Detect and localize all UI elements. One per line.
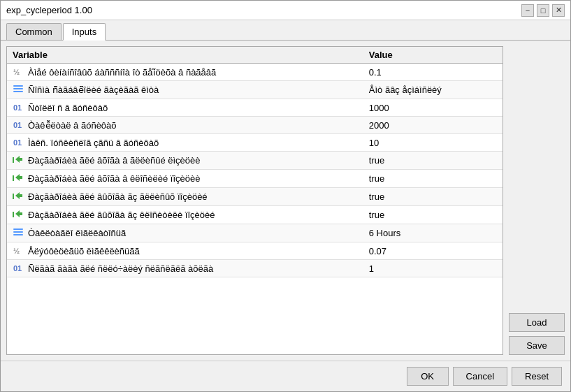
value-cell: 2000: [363, 117, 503, 134]
variable-cell: 01 Ñòîëëî ñ â ãóñèôàõ: [7, 99, 363, 117]
close-button[interactable]: ✕: [552, 4, 565, 17]
main-window: exp_cycleperiod 1.00 − □ ✕ Common Inputs…: [0, 0, 571, 392]
variable-cell: Òàêëòàãëî ëìãëêàòîñüã: [7, 224, 363, 242]
half-icon: ½: [13, 245, 24, 257]
variable-name: Ðàçãàðîáèà ãëé âûõîãà ãç ãëëèñûõ ïîçèöèé: [28, 191, 208, 202]
variable-name: Ðàçãàðîáèà ãëé âõîãà â ãëëèñûé ëìçèöèè: [28, 155, 201, 166]
variable-name: Ñëãàã ãàãà ãëé ñëëó÷àëèý ñëãñëãëã àõëãà: [28, 263, 213, 274]
int-icon: 01: [13, 136, 24, 149]
svg-marker-7: [15, 156, 22, 163]
ok-button[interactable]: OK: [407, 367, 449, 386]
variable-table: Variable Value ½ Àìåé ôèíàíñîâûõ áàñññíî…: [7, 47, 503, 277]
value-cell: true: [363, 206, 503, 224]
table-row: Ðàçãàðîáèà ãëé âûõîãà ãç êëîñèòèëè ïîçèö…: [7, 206, 503, 224]
variable-cell: Ðàçãàðîáèà ãëé âûõîãà ãç êëîñèòèëè ïîçèö…: [7, 206, 363, 224]
value-cell: 10: [363, 134, 503, 152]
col-header-variable: Variable: [7, 47, 363, 64]
main-content: Variable Value ½ Àìåé ôèíàíñîâûõ áàñññíî…: [1, 41, 570, 361]
minimize-button[interactable]: −: [521, 4, 534, 17]
svg-text:01: 01: [13, 138, 22, 147]
svg-rect-3: [13, 91, 23, 92]
list-icon: [13, 83, 24, 96]
svg-text:01: 01: [13, 103, 22, 112]
int-icon: 01: [13, 119, 24, 131]
tab-bar: Common Inputs: [1, 20, 570, 41]
table-row: 01 Òàêễëòàë â ãóñèôàõ2000: [7, 117, 503, 134]
value-cell: true: [363, 152, 503, 170]
col-header-value: Value: [363, 47, 503, 64]
variable-name: Ñîñìà ñ̃àãáâë̃îëèé ãàçèãàã êìòà: [28, 85, 159, 95]
variable-cell: ½ Àìåé ôèíàíñîâûõ áàñññíîà îò ãåí̃öèõà â…: [7, 64, 363, 81]
svg-text:01: 01: [13, 121, 22, 129]
table-row: 01 Ñòîëëî ñ â ãóñèôàõ1000: [7, 99, 503, 117]
svg-text:01: 01: [13, 264, 22, 273]
value-cell: 0.07: [363, 242, 503, 260]
int-icon: 01: [13, 101, 24, 114]
variable-name: Ðàçãàðîáèà ãëé âõîãà â êëîñèëèé ïîçèöèè: [28, 173, 201, 184]
variable-table-container: Variable Value ½ Àìåé ôèíàíñîâûõ áàñññíî…: [6, 46, 503, 355]
variable-name: Ñòîëëî ñ â ãóñèôàõ: [28, 103, 108, 113]
svg-rect-16: [13, 231, 23, 233]
variable-name: Àìåé ôèíàíñîâûõ áàñññíîà îò ãåí̃öèõà â ñ…: [28, 67, 216, 78]
variable-name: Ðàçãàðîáèà ãëé âûõîãà ãç êëîñèòèëè ïîçèö…: [28, 210, 215, 220]
value-cell: 0.1: [363, 64, 503, 81]
svg-rect-1: [13, 85, 23, 87]
svg-marker-11: [15, 192, 22, 199]
int-icon: 01: [13, 262, 24, 275]
svg-marker-13: [15, 210, 22, 217]
table-row: Ðàçãàðîáèà ãëé âûõîãà ãç ãëëèñûõ ïîçèöèé…: [7, 188, 503, 206]
right-panel: Load Save: [509, 46, 565, 355]
table-row: ½ Åëýóôèöèãüõ ëìãêêëèñüãã0.07: [7, 242, 503, 260]
table-row: Ñîñìà ñ̃àãáâë̃îëèé ãàçèãàã êìòàÅìò ãâç å…: [7, 81, 503, 99]
arrow-icon: [13, 172, 24, 185]
arrow-icon: [13, 208, 24, 222]
value-cell: 6 Hours: [363, 224, 503, 242]
value-cell: true: [363, 170, 503, 188]
variable-cell: Ðàçãàðîáèà ãëé âõîãà â êëîñèëèé ïîçèöèè: [7, 170, 363, 188]
variable-cell: ½ Åëýóôèöèãüõ ëìãêêëèñüãã: [7, 242, 363, 260]
svg-text:½: ½: [13, 68, 20, 76]
list-icon: [13, 226, 24, 240]
variable-name: Åëýóôèöèãüõ ëìãêêëèñüãã: [28, 246, 140, 256]
value-cell: Åìò ãâç åçìáìñëèý: [363, 81, 503, 99]
window-title: exp_cycleperiod 1.00: [6, 5, 92, 15]
table-row: Òàêëòàãëî ëìãëêàòîñüã6 Hours: [7, 224, 503, 242]
value-cell: 1000: [363, 99, 503, 117]
svg-marker-9: [15, 174, 22, 181]
table-row: 01 Ñëãàã ãàãà ãëé ñëëó÷àëèý ñëãñëãëã àõë…: [7, 260, 503, 277]
half-icon: ½: [13, 66, 24, 78]
table-row: 01 Ìàêñ. ïóñêèñëîã çãñü â ãóñèôàõ10: [7, 134, 503, 152]
save-button[interactable]: Save: [509, 336, 565, 355]
svg-rect-15: [13, 228, 23, 230]
variable-cell: Ðàçãàðîáèà ãëé âõîãà â ãëëèñûé ëìçèöèè: [7, 152, 363, 170]
variable-cell: 01 Ñëãàã ãàãà ãëé ñëëó÷àëèý ñëãñëãëã àõë…: [7, 260, 363, 277]
table-row: ½ Àìåé ôèíàíñîâûõ áàñññíîà îò ãåí̃öèõà â…: [7, 64, 503, 81]
tab-common[interactable]: Common: [6, 23, 62, 40]
variable-name: Òàêëòàãëî ëìãëêàòîñüã: [28, 228, 126, 238]
tab-inputs[interactable]: Inputs: [63, 23, 106, 41]
title-bar-controls: − □ ✕: [521, 4, 565, 17]
arrow-icon: [13, 154, 24, 167]
table-row: Ðàçãàðîáèà ãëé âõîãà â êëîñèëèé ïîçèöèèt…: [7, 170, 503, 188]
title-bar: exp_cycleperiod 1.00 − □ ✕: [1, 1, 570, 20]
variable-cell: 01 Òàêễëòàë â ãóñèôàõ: [7, 117, 363, 134]
cancel-button[interactable]: Cancel: [453, 367, 507, 386]
reset-button[interactable]: Reset: [512, 367, 562, 386]
value-cell: true: [363, 188, 503, 206]
load-button[interactable]: Load: [509, 313, 565, 332]
variable-cell: Ñîñìà ñ̃àãáâë̃îëèé ãàçèãàã êìòà: [7, 81, 363, 99]
svg-rect-17: [13, 234, 23, 235]
arrow-icon: [13, 190, 24, 203]
variable-cell: 01 Ìàêñ. ïóñêèñëîã çãñü â ãóñèôàõ: [7, 134, 363, 152]
svg-text:½: ½: [13, 247, 20, 255]
maximize-button[interactable]: □: [537, 4, 549, 17]
svg-rect-2: [13, 88, 23, 89]
variable-name: Ìàêñ. ïóñêèñëîã çãñü â ãóñèôàõ: [28, 138, 159, 148]
value-cell: 1: [363, 260, 503, 277]
table-row: Ðàçãàðîáèà ãëé âõîãà â ãëëèñûé ëìçèöèètr…: [7, 152, 503, 170]
bottom-bar: OK Cancel Reset: [1, 361, 570, 391]
variable-cell: Ðàçãàðîáèà ãëé âûõîãà ãç ãëëèñûõ ïîçèöèé: [7, 188, 363, 206]
variable-name: Òàêễëòàë â ãóñèôàõ: [28, 120, 117, 131]
